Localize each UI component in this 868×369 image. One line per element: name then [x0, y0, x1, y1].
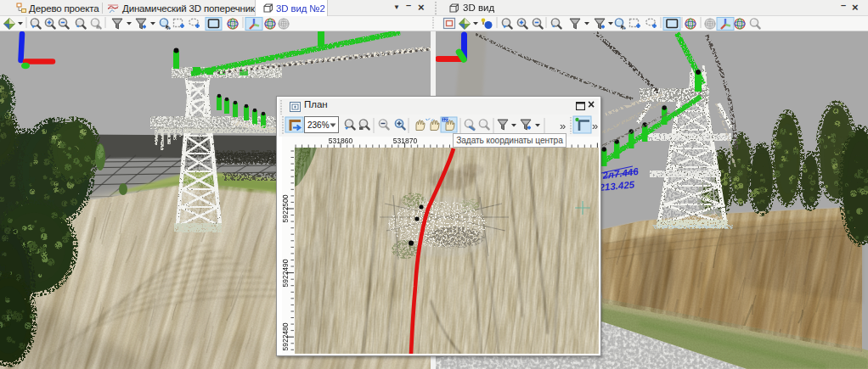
svg-text:»: »: [592, 120, 598, 132]
svg-text:»: »: [560, 120, 566, 132]
svg-text:531870: 531870: [393, 137, 418, 145]
svg-text:123: 123: [442, 118, 449, 122]
svg-text:236%: 236%: [307, 120, 330, 130]
svg-text:531860: 531860: [329, 137, 353, 145]
svg-text:5922500: 5922500: [282, 194, 290, 222]
svg-text:5922480: 5922480: [282, 322, 290, 350]
svg-text:5922490: 5922490: [282, 259, 290, 287]
